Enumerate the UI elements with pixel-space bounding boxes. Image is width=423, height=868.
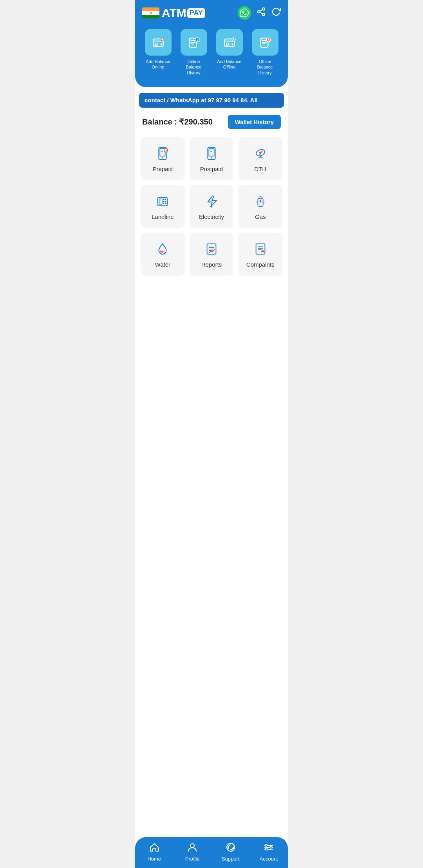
logo-pay: PAY bbox=[187, 8, 205, 18]
home-icon bbox=[149, 842, 160, 854]
nav-profile[interactable]: Profile bbox=[178, 842, 206, 862]
svg-rect-20 bbox=[209, 149, 214, 156]
svg-point-39 bbox=[262, 251, 264, 253]
online-balance-history-btn[interactable]: Online Balance History bbox=[180, 29, 208, 76]
add-balance-online-btn[interactable]: Add Balance Online bbox=[144, 29, 172, 76]
logo-atm: ATM bbox=[162, 6, 186, 20]
compaints-label: Compaints bbox=[246, 261, 275, 268]
svg-point-6 bbox=[155, 43, 157, 45]
reports-icon bbox=[204, 242, 219, 256]
wallet-history-button[interactable]: Wallet History bbox=[228, 115, 281, 129]
postpaid-icon bbox=[204, 146, 219, 161]
landline-label: Landline bbox=[152, 213, 174, 220]
contact-banner: contact / WhatsApp at 97 97 90 94 84. Al… bbox=[139, 93, 284, 108]
compaints-icon bbox=[253, 242, 268, 256]
bottom-nav: Home Profile bbox=[135, 837, 288, 868]
nav-home-label: Home bbox=[147, 856, 161, 862]
service-dth[interactable]: DTH bbox=[238, 137, 282, 180]
service-postpaid[interactable]: Postpaid bbox=[190, 137, 234, 180]
svg-rect-29 bbox=[163, 201, 164, 202]
add-balance-offline-btn[interactable]: Add Balance Offline bbox=[215, 29, 244, 76]
svg-line-3 bbox=[260, 13, 263, 14]
header-icons bbox=[238, 6, 281, 20]
dth-icon bbox=[253, 146, 268, 161]
support-icon bbox=[225, 842, 236, 854]
svg-rect-31 bbox=[163, 203, 164, 204]
svg-point-33 bbox=[211, 206, 212, 208]
svg-rect-28 bbox=[165, 199, 166, 200]
service-electricity[interactable]: Electricity bbox=[190, 185, 234, 228]
quick-actions: Add Balance Online Online Balance Histor… bbox=[142, 29, 281, 76]
water-icon bbox=[155, 242, 170, 256]
water-label: Water bbox=[155, 261, 170, 268]
svg-point-17 bbox=[162, 157, 163, 159]
service-landline[interactable]: Landline bbox=[141, 185, 185, 228]
nav-account-label: Account bbox=[260, 856, 278, 862]
offline-balance-history-label: Offline Balance History bbox=[251, 59, 279, 76]
add-balance-online-label: Add Balance Online bbox=[144, 59, 172, 70]
balance-display: Balance : ₹290.350 bbox=[142, 117, 213, 126]
service-grid: Prepaid Postpaid bbox=[135, 133, 288, 281]
account-icon bbox=[263, 842, 274, 854]
add-balance-offline-label: Add Balance Offline bbox=[215, 59, 244, 70]
nav-support[interactable]: Support bbox=[217, 842, 245, 862]
header: ⊙ ATM PAY bbox=[135, 0, 288, 87]
service-prepaid[interactable]: Prepaid bbox=[141, 137, 185, 180]
svg-rect-38 bbox=[256, 244, 265, 254]
online-balance-history-label: Online Balance History bbox=[180, 59, 208, 76]
svg-point-21 bbox=[211, 157, 212, 159]
svg-rect-27 bbox=[163, 199, 164, 200]
nav-home[interactable]: Home bbox=[140, 842, 168, 862]
service-water[interactable]: Water bbox=[141, 233, 185, 276]
electricity-icon bbox=[204, 194, 219, 209]
electricity-label: Electricity bbox=[199, 213, 224, 220]
whatsapp-icon[interactable] bbox=[238, 6, 251, 20]
svg-rect-26 bbox=[159, 199, 163, 204]
svg-rect-43 bbox=[233, 846, 234, 849]
svg-point-40 bbox=[190, 844, 194, 848]
offline-balance-history-btn[interactable]: Offline Balance History bbox=[251, 29, 279, 76]
contact-banner-text: contact / WhatsApp at 97 97 90 94 84. Al… bbox=[145, 97, 258, 103]
balance-section: Balance : ₹290.350 Wallet History bbox=[135, 108, 288, 133]
service-reports[interactable]: Reports bbox=[190, 233, 234, 276]
nav-support-label: Support bbox=[222, 856, 240, 862]
svg-point-11 bbox=[226, 43, 228, 45]
svg-point-44 bbox=[230, 851, 231, 852]
svg-line-24 bbox=[260, 151, 263, 153]
profile-icon bbox=[187, 842, 198, 854]
refresh-icon[interactable] bbox=[271, 7, 281, 19]
prepaid-icon bbox=[155, 146, 170, 161]
svg-point-36 bbox=[160, 251, 165, 254]
share-icon[interactable] bbox=[257, 7, 266, 19]
postpaid-label: Postpaid bbox=[200, 166, 223, 172]
svg-point-48 bbox=[266, 845, 268, 846]
dth-label: DTH bbox=[254, 166, 266, 172]
svg-line-4 bbox=[260, 10, 263, 11]
svg-rect-30 bbox=[165, 201, 166, 202]
nav-profile-label: Profile bbox=[185, 856, 200, 862]
india-flag: ⊙ bbox=[142, 7, 159, 18]
svg-rect-32 bbox=[165, 203, 166, 204]
landline-icon bbox=[155, 194, 170, 209]
gas-icon bbox=[253, 194, 268, 209]
svg-rect-42 bbox=[228, 846, 229, 849]
gas-label: Gas bbox=[255, 213, 266, 220]
svg-point-49 bbox=[270, 846, 272, 848]
nav-account[interactable]: Account bbox=[255, 842, 283, 862]
reports-label: Reports bbox=[201, 261, 222, 268]
logo-area: ⊙ ATM PAY bbox=[142, 6, 205, 20]
service-gas[interactable]: Gas bbox=[238, 185, 282, 228]
prepaid-label: Prepaid bbox=[152, 166, 173, 172]
svg-point-50 bbox=[266, 848, 268, 850]
service-compaints[interactable]: Compaints bbox=[238, 233, 282, 276]
